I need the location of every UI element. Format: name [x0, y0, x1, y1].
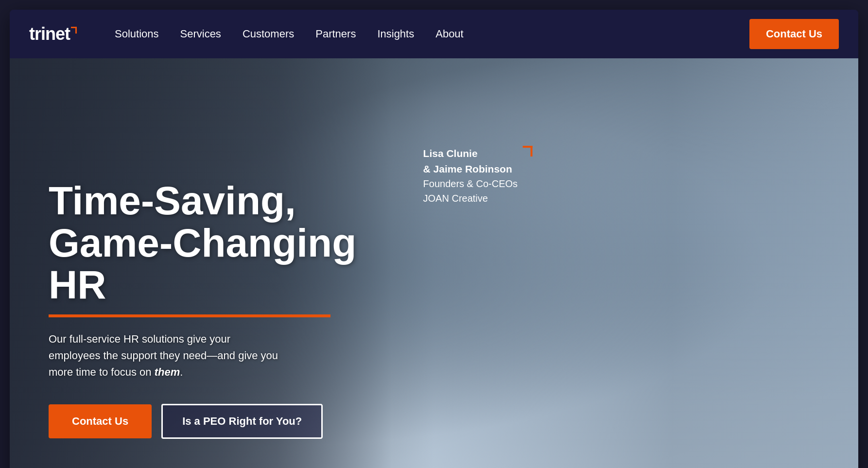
- page-wrapper: trinet Solutions Services Customers Part…: [10, 10, 858, 468]
- headline-line1: Time-Saving,: [49, 178, 296, 223]
- hero-contact-button[interactable]: Contact Us: [49, 404, 152, 438]
- logo-net: net: [45, 24, 70, 44]
- nav-item-services[interactable]: Services: [172, 28, 230, 40]
- logo-bracket-icon: [71, 27, 77, 34]
- hero-buttons: Contact Us Is a PEO Right for You?: [49, 404, 819, 439]
- navbar: trinet Solutions Services Customers Part…: [10, 10, 858, 58]
- nav-link-insights[interactable]: Insights: [368, 23, 423, 45]
- nav-link-services[interactable]: Services: [172, 23, 230, 45]
- nav-link-partners[interactable]: Partners: [307, 23, 365, 45]
- nav-item-partners[interactable]: Partners: [307, 28, 365, 40]
- hero-section: Lisa Clunie & Jaime Robinson Founders & …: [10, 58, 858, 468]
- nav-link-customers[interactable]: Customers: [234, 23, 303, 45]
- headline-line2: Game-Changing HR: [49, 221, 356, 307]
- logo-text: trinet: [29, 24, 77, 44]
- hero-subtext-end: .: [180, 366, 183, 378]
- nav-link-solutions[interactable]: Solutions: [106, 23, 168, 45]
- nav-links: Solutions Services Customers Partners In…: [106, 28, 472, 40]
- nav-contact-button[interactable]: Contact Us: [749, 19, 839, 49]
- hero-content: Time-Saving, Game-Changing HR Our full-s…: [10, 58, 858, 468]
- nav-item-insights[interactable]: Insights: [368, 28, 423, 40]
- nav-left: trinet Solutions Services Customers Part…: [29, 24, 472, 44]
- hero-underline-decoration: [49, 314, 330, 317]
- nav-item-about[interactable]: About: [427, 28, 472, 40]
- hero-subtext-em: them: [155, 366, 180, 378]
- logo-tri: tri: [29, 24, 45, 44]
- hero-peo-button[interactable]: Is a PEO Right for You?: [161, 404, 323, 439]
- nav-item-customers[interactable]: Customers: [234, 28, 303, 40]
- logo[interactable]: trinet: [29, 24, 77, 44]
- nav-link-about[interactable]: About: [427, 23, 472, 45]
- hero-headline: Time-Saving, Game-Changing HR: [49, 180, 379, 305]
- hero-subtext: Our full-service HR solutions give your …: [49, 331, 282, 381]
- nav-item-solutions[interactable]: Solutions: [106, 28, 168, 40]
